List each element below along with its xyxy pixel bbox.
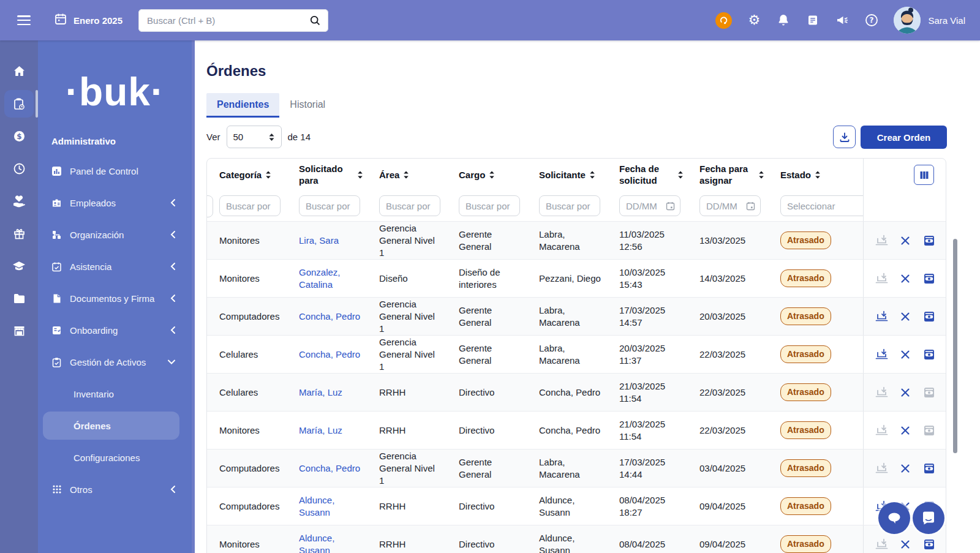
- filter-date-fecha-para-asignar[interactable]: DD/MM: [699, 195, 761, 216]
- sort-icon[interactable]: [677, 171, 684, 179]
- cancel-order-icon[interactable]: [899, 462, 912, 475]
- sidebar-item-onboarding[interactable]: Onboarding: [38, 314, 192, 346]
- assign-device-icon[interactable]: [875, 310, 888, 323]
- sidebar-item-otros[interactable]: Otros: [38, 473, 192, 505]
- column-header-cargo[interactable]: Cargo: [447, 169, 527, 181]
- calendar-icon[interactable]: [54, 12, 67, 28]
- filter-date-fecha-de-solicitud[interactable]: DD/MM: [619, 195, 680, 216]
- cancel-order-icon[interactable]: [899, 538, 912, 551]
- view-order-icon[interactable]: [922, 462, 936, 475]
- cancel-order-icon[interactable]: [899, 234, 912, 247]
- filter-input-cargo[interactable]: Buscar por: [459, 195, 520, 216]
- sort-icon[interactable]: [815, 171, 821, 179]
- tab-pendientes[interactable]: Pendientes: [206, 93, 279, 118]
- rail-item-money-icon[interactable]: $: [0, 120, 38, 152]
- sort-icon[interactable]: [758, 171, 764, 179]
- sort-icon[interactable]: [357, 171, 363, 179]
- help-center-button[interactable]: [913, 502, 944, 534]
- chat-bubble-button[interactable]: [878, 502, 910, 534]
- period-label[interactable]: Enero 2025: [74, 15, 123, 26]
- notifications-icon[interactable]: [776, 13, 791, 28]
- sidebar-subitem-ordenes[interactable]: Órdenes: [43, 412, 179, 440]
- page-scrollbar[interactable]: [953, 239, 957, 453]
- view-order-icon[interactable]: [922, 234, 936, 247]
- cell-solicitado-para-link[interactable]: Lira, Sara: [287, 222, 367, 259]
- view-order-icon[interactable]: [922, 538, 936, 551]
- page-size-select[interactable]: 50: [227, 126, 282, 148]
- tab-historial[interactable]: Historial: [279, 93, 336, 118]
- cell-solicitado-para-link[interactable]: María, Luz: [287, 374, 367, 411]
- user-name[interactable]: Sara Vial: [928, 15, 965, 26]
- column-header-area[interactable]: Área: [367, 169, 447, 181]
- sidebar-item-gestion-de-activos[interactable]: Gestión de Activos: [38, 346, 192, 378]
- view-order-icon[interactable]: [922, 272, 936, 285]
- sort-icon[interactable]: [265, 171, 271, 179]
- column-header-solicitante[interactable]: Solicitante: [527, 169, 607, 181]
- rail-item-home-icon[interactable]: [0, 55, 38, 88]
- column-header-fecha-para-asignar[interactable]: Fecha para asignar: [687, 163, 768, 186]
- announcements-icon[interactable]: [835, 13, 850, 28]
- rail-item-education-icon[interactable]: [0, 250, 38, 282]
- cell-solicitado-para-link[interactable]: Aldunce, Susann: [287, 525, 367, 553]
- column-header-fecha-de-solicitud[interactable]: Fecha de solicitud: [607, 163, 687, 186]
- cell-solicitado-para-link[interactable]: Concha, Pedro: [287, 450, 367, 487]
- calendar-icon[interactable]: [746, 201, 755, 211]
- help-icon[interactable]: ?: [864, 13, 879, 28]
- column-settings-button[interactable]: [914, 165, 934, 185]
- sidebar-item-asistencia[interactable]: Asistencia: [38, 250, 192, 282]
- hamburger-icon[interactable]: [17, 15, 31, 25]
- fecha-solicitud: 21/03/2025: [619, 418, 682, 431]
- cell-solicitado-para-link[interactable]: Gonzalez, Catalina: [287, 260, 367, 297]
- sidebar-item-panel-de-control[interactable]: Panel de Control: [38, 155, 192, 187]
- cell-solicitado-para-link[interactable]: María, Luz: [287, 412, 367, 449]
- search-icon[interactable]: [309, 15, 321, 26]
- export-button[interactable]: [833, 126, 856, 148]
- cancel-order-icon[interactable]: [899, 348, 912, 361]
- sidebar-item-organizacion[interactable]: Organización: [38, 219, 192, 250]
- calendar-icon[interactable]: [666, 201, 675, 211]
- avatar[interactable]: [894, 7, 921, 34]
- notes-icon[interactable]: [805, 13, 820, 28]
- search-input[interactable]: [146, 15, 309, 26]
- view-order-icon[interactable]: [922, 310, 936, 323]
- cancel-order-icon[interactable]: [899, 310, 912, 323]
- column-header-solicitado-para[interactable]: Solicitado para: [287, 163, 367, 186]
- global-search[interactable]: [138, 9, 328, 32]
- cancel-order-icon[interactable]: [899, 424, 912, 437]
- crear-orden-button[interactable]: Crear Orden: [861, 126, 947, 149]
- sidebar-item-documentos-y-firma[interactable]: Documentos y Firma: [38, 282, 192, 314]
- support-icon[interactable]: [715, 12, 732, 29]
- rail-item-files-icon[interactable]: [0, 282, 38, 315]
- cancel-order-icon[interactable]: [899, 272, 912, 285]
- sidebar-subitem-inventario[interactable]: Inventario: [38, 378, 192, 410]
- sort-icon[interactable]: [403, 171, 409, 179]
- sidebar-subitem-configuraciones[interactable]: Configuraciones: [38, 442, 192, 473]
- rail-item-tasks-icon[interactable]: [0, 88, 38, 120]
- filter-select-estado[interactable]: Seleccionar: [780, 195, 863, 216]
- cell-cargo: Directivo: [447, 487, 527, 525]
- column-header-categoria[interactable]: Categoría: [207, 169, 287, 181]
- speech-bubble-icon: [886, 511, 902, 525]
- row-actions: [863, 298, 946, 335]
- view-order-icon[interactable]: [922, 348, 936, 361]
- ver-label: Ver: [206, 132, 221, 142]
- rail-item-marketplace-icon[interactable]: [0, 315, 38, 347]
- sidebar-section-label: Administrativo: [38, 136, 192, 146]
- cell-solicitado-para-link[interactable]: Aldunce, Susann: [287, 487, 367, 525]
- assign-device-icon[interactable]: [875, 348, 888, 361]
- filter-input-categoria[interactable]: Buscar por: [219, 195, 281, 216]
- settings-icon[interactable]: ⚙: [747, 13, 761, 28]
- cell-solicitado-para-link[interactable]: Concha, Pedro: [287, 336, 367, 373]
- filter-input-solicitante[interactable]: Buscar por: [539, 195, 600, 216]
- filter-input-solicitado-para[interactable]: Buscar por: [299, 195, 360, 216]
- filter-input-area[interactable]: Buscar por: [379, 195, 440, 216]
- sidebar-item-empleados[interactable]: Empleados: [38, 187, 192, 219]
- sort-icon[interactable]: [489, 171, 495, 179]
- cell-solicitado-para-link[interactable]: Concha, Pedro: [287, 298, 367, 335]
- rail-item-time-icon[interactable]: [0, 152, 38, 185]
- sort-icon[interactable]: [589, 171, 595, 179]
- rail-item-gifts-icon[interactable]: [0, 217, 38, 250]
- column-header-estado[interactable]: Estado: [768, 169, 863, 181]
- cancel-order-icon[interactable]: [899, 386, 912, 399]
- rail-item-benefits-icon[interactable]: [0, 185, 38, 217]
